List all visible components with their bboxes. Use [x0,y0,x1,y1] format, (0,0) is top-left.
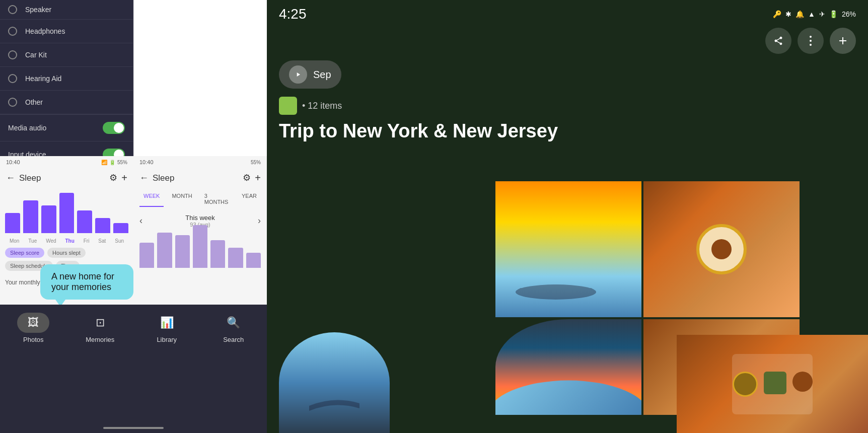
nav-item-photos[interactable]: 🖼 Photos [0,313,67,343]
sleep-bar-5 [95,218,110,233]
sleep-title-1: Sleep [19,173,41,183]
nav-item-memories[interactable]: ⊡ Memories [67,313,134,343]
photos-icon-wrapper[interactable]: 🖼 [17,313,49,333]
svg-point-2 [810,44,812,46]
tab-month[interactable]: MONTH [168,191,196,207]
media-audio-toggle[interactable] [103,122,125,134]
sky-reflection [495,357,641,415]
tab-hours-slept[interactable]: Hours slept [47,248,86,258]
signal-icon: 📶 [101,160,107,165]
nav-next[interactable]: › [258,215,261,226]
time-2: 10:40 [139,159,154,165]
food-bottom-content [677,335,868,433]
share-icon [773,36,783,46]
photo-food-plate[interactable] [643,181,800,317]
plane-wing-icon [299,391,370,421]
tab-sleep-score[interactable]: Sleep score [5,248,44,258]
add-button[interactable] [830,28,856,54]
device-item-headphones[interactable]: Headphones [0,20,133,43]
memories-label: Memories [86,336,114,343]
photo-bottom-food[interactable] [677,335,868,433]
week-bars [133,232,267,272]
bluetooth-settings-panel: Speaker Headphones Car Kit Hearing Aid O… [0,0,267,433]
carkit-label: Car Kit [25,51,47,59]
phone-top-bar-1: 10:40 📶 🔋 55% [0,156,133,168]
battery-2: 55% [251,160,261,165]
media-audio-label: Media audio [8,124,46,132]
sleep-header-1: ← Sleep ⚙ + [0,168,133,188]
share-button[interactable] [765,28,791,54]
tab-week[interactable]: WEEK [139,191,164,207]
album-info: Sep • 12 items Trip to New York & New Je… [279,60,558,142]
library-icon-wrapper[interactable]: 📊 [151,313,183,333]
day-sat: Sat [98,238,106,244]
week-bar-6 [246,253,261,268]
day-labels-1: Mon Tue Wed Thu Fri Sat Sun [0,238,133,244]
week-bar-1 [157,233,172,268]
bluetooth-icon: ✱ [785,10,791,18]
device-item-hearingaid[interactable]: Hearing Aid [0,67,133,91]
radio-headphones[interactable] [8,27,17,36]
sleep-title-row: ← Sleep [6,173,41,183]
day-mon: Mon [10,238,19,244]
memories-icon: ⊡ [96,316,105,329]
radio-hearingaid[interactable] [8,74,17,83]
sleep-actions-2: ⚙ + [243,172,261,184]
photo-sunset-sky[interactable] [495,181,641,317]
google-photos-panel: 4:25 🔑 ✱ 🔔 ▲ ✈ 🔋 26% [267,0,868,433]
bell-off-icon: 🔔 [795,10,804,18]
week-bar-5 [228,248,243,268]
day-thu: Thu [65,238,74,244]
radio-speaker[interactable] [8,5,17,14]
food-center [711,239,732,259]
device-item-other[interactable]: Other [0,91,133,114]
memories-icon-wrapper[interactable]: ⊡ [84,313,116,333]
food-plate-large [732,354,813,414]
wing-detail [299,391,370,423]
settings-icon-2[interactable]: ⚙ [243,172,251,184]
airplane-icon: ✈ [819,10,825,18]
device-item-carkit[interactable]: Car Kit [0,43,133,67]
status-time: 4:25 [279,6,307,22]
nav-item-library[interactable]: 📊 Library [133,313,200,343]
key-icon: 🔑 [773,10,781,18]
action-buttons [765,28,856,54]
sleep-title-2: Sleep [153,173,174,183]
week-bar-3 [193,225,207,268]
radio-carkit[interactable] [8,50,17,59]
radio-other[interactable] [8,98,17,107]
back-icon-2[interactable]: ← [139,173,149,183]
week-bar-2 [175,235,190,268]
sleep-panel-2: 10:40 55% ← Sleep ⚙ + WEEK MONTH 3 MONTH… [133,156,267,305]
food-content [696,181,747,317]
status-icons-right: 🔑 ✱ 🔔 ▲ ✈ 🔋 26% [773,10,856,18]
day-tue: Tue [28,238,37,244]
sleep-week-tabs: WEEK MONTH 3 MONTHS YEAR [133,188,267,210]
more-options-button[interactable] [798,28,824,54]
nav-prev[interactable]: ‹ [139,215,142,226]
photo-wing-sky[interactable] [495,319,641,415]
other-label: Other [25,98,43,106]
search-icon-wrapper[interactable]: 🔍 [218,313,250,333]
plane-silhouette [505,267,606,307]
this-week-label: This week [185,214,215,222]
nav-item-search[interactable]: 🔍 Search [200,313,267,343]
back-icon-1[interactable]: ← [6,173,15,183]
album-color-dot [279,97,297,115]
week-bar-0 [139,243,154,268]
play-icon [295,71,302,78]
svg-point-4 [543,284,568,295]
album-month-button[interactable]: Sep [279,60,341,89]
tab-3months[interactable]: 3 MONTHS [200,191,234,207]
play-button[interactable] [289,65,307,84]
photo-bottom-round[interactable] [279,332,390,433]
tab-year[interactable]: YEAR [238,191,261,207]
food-item-2 [764,372,786,394]
settings-icon-1[interactable]: ⚙ [109,172,117,184]
svg-point-1 [810,40,812,42]
device-item-speaker[interactable]: Speaker [0,0,133,20]
wifi-icon: 🔋 [109,160,115,165]
battery-1: 55% [117,160,127,165]
add-icon-1[interactable]: + [121,172,127,184]
add-icon-2[interactable]: + [255,172,261,184]
